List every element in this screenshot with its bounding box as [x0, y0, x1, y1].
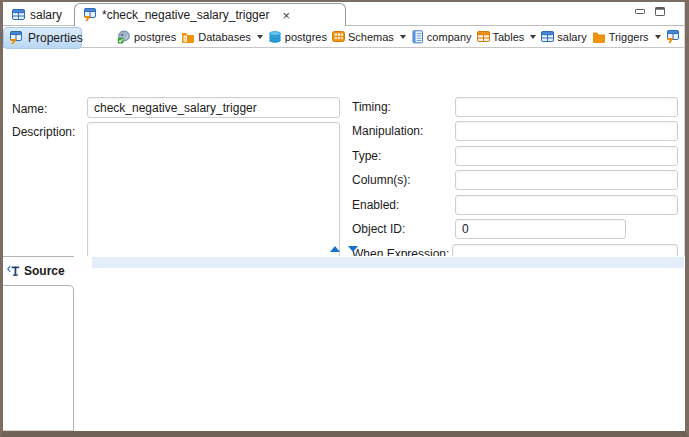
editor-ruler: [74, 256, 92, 431]
collapse-down-icon[interactable]: [348, 246, 358, 252]
chevron-down-icon[interactable]: [257, 35, 263, 39]
splitter-sash[interactable]: [3, 242, 685, 255]
source-icon: [7, 264, 20, 278]
object-id-field[interactable]: [455, 219, 626, 239]
databases-folder-icon: [181, 30, 195, 44]
table-icon: [12, 8, 25, 21]
name-field[interactable]: [87, 97, 340, 118]
breadcrumb-item-trigger[interactable]: salary: [666, 30, 683, 44]
breadcrumb-item-triggers[interactable]: Triggers: [592, 30, 661, 44]
source-section: Source: [3, 256, 685, 431]
schemas-folder-icon: [332, 30, 345, 43]
sql-source-editor[interactable]: [74, 256, 685, 431]
timing-label: Timing:: [352, 100, 391, 114]
database-icon: [268, 30, 282, 44]
app-window: salary *check_negative_salary_trigger × …: [0, 0, 689, 437]
editor-tabbar: salary *check_negative_salary_trigger ×: [3, 2, 685, 26]
columns-label: Column(s):: [352, 173, 411, 187]
breadcrumb-item-schema[interactable]: company: [411, 30, 472, 44]
timing-field[interactable]: [455, 97, 678, 117]
manipulation-label: Manipulation:: [352, 124, 423, 138]
enabled-field[interactable]: [455, 195, 678, 215]
tab-source[interactable]: Source: [3, 256, 74, 285]
breadcrumb-item-database[interactable]: postgres: [268, 30, 327, 44]
tab-salary-label: salary: [30, 8, 62, 22]
trigger-icon: [83, 8, 97, 22]
tab-trigger-label: *check_negative_salary_trigger: [102, 8, 269, 22]
chevron-down-icon[interactable]: [655, 35, 661, 39]
triggers-folder-icon: [592, 30, 606, 44]
name-label: Name:: [12, 102, 47, 116]
breadcrumb-item-schemas[interactable]: Schemas: [332, 30, 406, 43]
tabstrip-filler: [3, 285, 74, 431]
tables-folder-icon: [477, 30, 490, 43]
breadcrumb: postgres Databases postgres Schemas: [117, 26, 683, 47]
collapse-up-icon[interactable]: [330, 246, 340, 252]
chevron-down-icon[interactable]: [530, 35, 536, 39]
table-icon: [541, 30, 554, 43]
maximize-icon[interactable]: [655, 7, 665, 16]
chevron-down-icon[interactable]: [400, 35, 406, 39]
trigger-icon: [666, 30, 680, 44]
close-icon[interactable]: ×: [282, 9, 290, 22]
manipulation-field[interactable]: [455, 121, 678, 141]
breadcrumb-item-table[interactable]: salary: [541, 30, 586, 43]
object-id-label: Object ID:: [352, 222, 405, 236]
tab-check-negative-salary-trigger[interactable]: *check_negative_salary_trigger ×: [74, 3, 346, 26]
postgres-connection-icon: [117, 30, 131, 44]
current-line-highlight: [92, 257, 684, 268]
tab-properties[interactable]: Properties: [3, 27, 82, 49]
breadcrumb-item-databases[interactable]: Databases: [181, 30, 263, 44]
schema-icon: [411, 30, 424, 44]
enabled-label: Enabled:: [352, 198, 399, 212]
tab-salary[interactable]: salary: [3, 4, 74, 25]
minimize-icon[interactable]: [635, 7, 645, 16]
breadcrumb-item-tables[interactable]: Tables: [477, 30, 537, 43]
trigger-icon: [9, 31, 23, 45]
columns-field[interactable]: [455, 170, 678, 190]
type-field[interactable]: [455, 146, 678, 166]
source-tabstrip: Source: [3, 256, 74, 431]
trigger-properties-form: Name: Description: Timing: Manipulation:…: [3, 47, 685, 247]
breadcrumb-item-connection[interactable]: postgres: [117, 30, 176, 44]
description-label: Description:: [12, 125, 75, 139]
tab-properties-label: Properties: [28, 31, 83, 45]
properties-toolbar: Properties postgres Databases postgres: [3, 26, 685, 48]
tab-source-label: Source: [24, 264, 65, 278]
type-label: Type:: [352, 149, 381, 163]
